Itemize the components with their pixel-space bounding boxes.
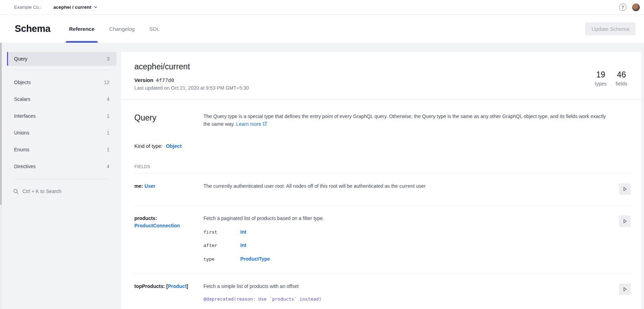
topbar-right-group: ? bbox=[619, 4, 640, 11]
argument-type-link[interactable]: Int bbox=[240, 228, 246, 235]
sidebar-item-unions[interactable]: Unions 1 bbox=[7, 124, 116, 141]
schema-card-header: acephei/current Version4f77d0 Last updat… bbox=[121, 52, 641, 100]
tab-changelog[interactable]: Changelog bbox=[108, 15, 136, 43]
sidebar-item-label: Enums bbox=[14, 147, 29, 152]
type-title: Query bbox=[134, 113, 199, 123]
left-scrollbar-thumb[interactable] bbox=[0, 19, 2, 205]
field-row-products: products: ProductConnection Fetch a pagi… bbox=[134, 205, 631, 273]
search-hint: Ctrl + K to Search bbox=[22, 188, 61, 194]
left-scrollbar-track[interactable] bbox=[0, 15, 2, 309]
field-type-link[interactable]: User bbox=[145, 183, 155, 189]
stat-label: types bbox=[595, 81, 606, 87]
field-body: Fetch a simple list of products with an … bbox=[203, 283, 596, 309]
search-icon bbox=[13, 188, 19, 194]
argument-type-link[interactable]: Int bbox=[240, 242, 246, 249]
kind-label: Kind of type: bbox=[134, 143, 163, 149]
schema-search-trigger[interactable]: Ctrl + K to Search bbox=[7, 183, 116, 200]
type-description: The Query type is a special type that de… bbox=[203, 112, 610, 128]
sidebar-item-objects[interactable]: Objects 12 bbox=[7, 74, 116, 91]
type-header-row: Query The Query type is a special type t… bbox=[134, 112, 631, 128]
sidebar-item-count: 1 bbox=[107, 147, 109, 152]
sidebar-item-label: Objects bbox=[14, 80, 31, 85]
sidebar-item-label: Unions bbox=[14, 130, 29, 136]
page-title: Schema bbox=[15, 23, 51, 34]
sidebar-item-label: Scalars bbox=[14, 96, 31, 102]
deprecated-annotation: @deprecated(reason: Use `products` inste… bbox=[203, 296, 596, 303]
version-line: Version4f77d0 bbox=[134, 77, 628, 83]
external-link-icon bbox=[263, 120, 267, 128]
content-area: Query 3 Objects 12 Scalars 4 Interfaces … bbox=[0, 43, 644, 309]
field-type-link[interactable]: Product bbox=[168, 283, 187, 289]
sidebar-item-scalars[interactable]: Scalars 4 bbox=[7, 91, 116, 108]
argument-name: type bbox=[203, 256, 240, 263]
field-name-text: products: bbox=[134, 215, 157, 221]
field-name-text: topProducts: bbox=[134, 283, 165, 289]
field-row-me: me: User The currently authenticated use… bbox=[134, 173, 631, 205]
field-body: The currently authenticated user root. A… bbox=[203, 183, 596, 190]
argument-row: after Int bbox=[203, 242, 596, 249]
field-description: Fetch a paginated list of products based… bbox=[203, 215, 596, 222]
field-description: The currently authenticated user root. A… bbox=[203, 183, 596, 190]
graph-selector-label: acephei / current bbox=[53, 5, 91, 10]
argument-row: type ProductType bbox=[203, 255, 596, 263]
sidebar-item-label: Query bbox=[14, 56, 27, 62]
sidebar-item-directives[interactable]: Directives 4 bbox=[7, 158, 116, 175]
argument-name: after bbox=[203, 242, 240, 249]
type-section-query: Query The Query type is a special type t… bbox=[121, 100, 641, 309]
schema-stats: 19 types 46 fields bbox=[595, 70, 627, 87]
sidebar-item-interfaces[interactable]: Interfaces 1 bbox=[7, 108, 116, 124]
run-in-explorer-button[interactable] bbox=[619, 215, 631, 227]
argument-row: first Int bbox=[203, 228, 596, 236]
sidebar-item-enums[interactable]: Enums 1 bbox=[7, 141, 116, 158]
sidebar-item-count: 4 bbox=[107, 164, 109, 169]
sidebar-item-query[interactable]: Query 3 bbox=[7, 52, 116, 66]
kind-of-type-line: Kind of type: Object bbox=[134, 143, 631, 149]
sidebar-item-count: 3 bbox=[107, 56, 109, 62]
stat-types: 19 types bbox=[595, 70, 606, 87]
stat-value: 19 bbox=[595, 70, 606, 80]
argument-type-link[interactable]: ProductType bbox=[240, 255, 270, 262]
sidebar-item-count: 1 bbox=[107, 130, 109, 136]
run-in-explorer-button[interactable] bbox=[619, 283, 631, 295]
graph-title: acephei/current bbox=[134, 62, 628, 71]
graph-selector-dropdown[interactable]: acephei / current bbox=[53, 5, 98, 10]
version-label: Version bbox=[134, 77, 153, 83]
sidebar-item-label: Directives bbox=[14, 164, 35, 169]
learn-more-link[interactable]: Learn more bbox=[236, 121, 267, 127]
field-name: products: ProductConnection bbox=[134, 215, 203, 229]
run-in-explorer-button[interactable] bbox=[619, 183, 631, 195]
tab-bar: Reference Changelog SDL bbox=[62, 15, 167, 43]
tab-reference[interactable]: Reference bbox=[68, 15, 96, 43]
stat-label: fields bbox=[616, 81, 627, 87]
org-label: Example Co.: bbox=[14, 5, 41, 10]
play-icon bbox=[622, 286, 628, 293]
sidebar-item-count: 4 bbox=[107, 96, 109, 102]
type-sidebar: Query 3 Objects 12 Scalars 4 Interfaces … bbox=[7, 52, 116, 200]
field-description: Fetch a simple list of products with an … bbox=[203, 283, 596, 290]
type-title-column: Query bbox=[134, 112, 203, 123]
argument-name: first bbox=[203, 229, 240, 236]
kind-value-link[interactable]: Object bbox=[166, 143, 182, 149]
last-updated: Last updated on Oct 21, 2020 at 9:53 PM … bbox=[134, 85, 628, 91]
avatar[interactable] bbox=[632, 4, 640, 11]
field-type-link[interactable]: ProductConnection bbox=[134, 223, 180, 228]
help-icon[interactable]: ? bbox=[619, 4, 626, 11]
field-name: topProducts: [Product] bbox=[134, 283, 203, 290]
page-header: Schema Reference Changelog SDL Update Sc… bbox=[0, 15, 644, 43]
stat-fields: 46 fields bbox=[616, 70, 627, 87]
tab-sdl[interactable]: SDL bbox=[148, 15, 161, 43]
sidebar-item-count: 12 bbox=[104, 80, 109, 85]
play-icon bbox=[622, 218, 628, 225]
sidebar-item-label: Interfaces bbox=[14, 113, 35, 119]
top-bar: Example Co.: acephei / current ? bbox=[0, 0, 644, 15]
field-name-text: me: bbox=[134, 183, 143, 189]
update-schema-button[interactable]: Update Schema bbox=[585, 22, 636, 35]
version-value: 4f77d0 bbox=[156, 77, 174, 83]
field-name: me: User bbox=[134, 183, 203, 190]
chevron-down-icon bbox=[94, 5, 98, 9]
fields-section-header: FIELDS bbox=[134, 164, 631, 173]
app-window: Example Co.: acephei / current ? Schema … bbox=[0, 0, 644, 309]
field-row-topproducts: topProducts: [Product] Fetch a simple li… bbox=[134, 273, 631, 309]
sidebar-divider bbox=[14, 179, 109, 179]
stat-value: 46 bbox=[616, 70, 627, 80]
